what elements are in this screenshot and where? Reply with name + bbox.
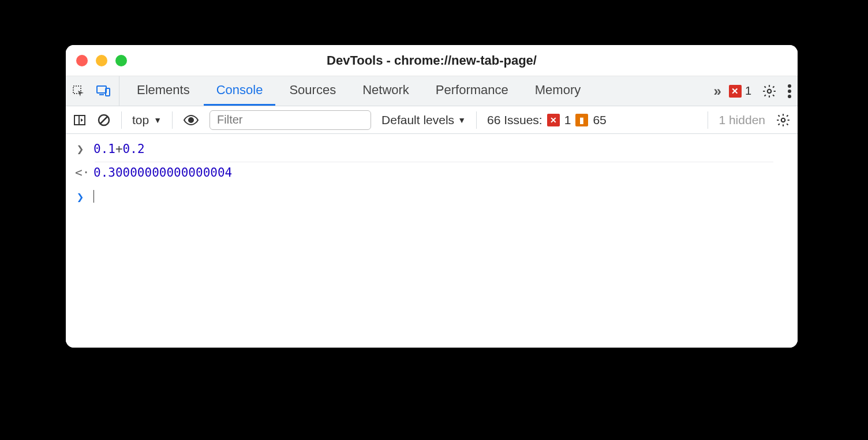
svg-point-7 xyxy=(788,95,791,98)
titlebar: DevTools - chrome://new-tab-page/ xyxy=(66,45,798,76)
main-tabs-bar: Elements Console Sources Network Perform… xyxy=(66,76,798,106)
console-prompt[interactable]: ❯ xyxy=(66,184,798,210)
more-tabs-icon[interactable]: » xyxy=(714,83,719,99)
console-output: ❯ 0.1+0.2 <· 0.30000000000000004 ❯ xyxy=(66,134,798,348)
operator: + xyxy=(115,142,123,156)
result-marker-icon: <· xyxy=(75,166,85,180)
divider xyxy=(172,111,173,129)
live-expression-icon[interactable] xyxy=(183,114,199,126)
tab-performance[interactable]: Performance xyxy=(423,76,521,106)
devtools-window: DevTools - chrome://new-tab-page/ Elemen… xyxy=(66,45,798,348)
tab-label: Performance xyxy=(436,83,508,98)
error-icon: ✕ xyxy=(729,85,742,98)
levels-label: Default levels xyxy=(381,113,454,127)
tab-label: Elements xyxy=(137,83,190,98)
tab-elements[interactable]: Elements xyxy=(124,76,203,106)
device-toolbar-icon[interactable] xyxy=(96,84,111,98)
prompt-marker-icon: ❯ xyxy=(75,190,85,204)
tab-sources[interactable]: Sources xyxy=(276,76,349,106)
svg-point-5 xyxy=(788,84,791,88)
context-label: top xyxy=(132,113,149,127)
divider xyxy=(121,111,122,129)
console-input-echo: ❯ 0.1+0.2 xyxy=(66,137,798,161)
divider xyxy=(476,111,477,129)
window-controls xyxy=(76,55,127,66)
execution-context-selector[interactable]: top ▼ xyxy=(132,113,162,127)
svg-point-13 xyxy=(781,118,785,122)
number-literal: 0.2 xyxy=(123,142,145,156)
svg-point-6 xyxy=(788,90,791,93)
svg-line-11 xyxy=(100,117,107,124)
tab-label: Console xyxy=(216,83,263,98)
settings-icon[interactable] xyxy=(762,84,777,99)
log-levels-selector[interactable]: Default levels ▼ xyxy=(381,113,466,127)
warning-icon: ▮ xyxy=(575,114,588,126)
chevron-down-icon: ▼ xyxy=(458,115,466,125)
inspect-element-icon[interactable] xyxy=(72,84,85,98)
tabs: Elements Console Sources Network Perform… xyxy=(124,76,593,106)
issues-warn-count: 65 xyxy=(593,113,606,127)
tab-label: Sources xyxy=(289,83,336,98)
close-window-button[interactable] xyxy=(76,55,88,66)
error-icon: ✕ xyxy=(547,114,560,126)
clear-console-icon[interactable] xyxy=(97,113,111,127)
error-count: 1 xyxy=(745,84,751,98)
zoom-window-button[interactable] xyxy=(115,55,127,66)
input-expression: 0.1+0.2 xyxy=(93,142,145,156)
svg-point-4 xyxy=(768,89,772,93)
kebab-menu-icon[interactable] xyxy=(787,84,792,99)
minimize-window-button[interactable] xyxy=(96,55,107,66)
cursor xyxy=(93,190,94,203)
hidden-messages-label[interactable]: 1 hidden xyxy=(719,113,765,127)
tab-label: Memory xyxy=(535,83,581,98)
tab-network[interactable]: Network xyxy=(350,76,422,106)
svg-rect-1 xyxy=(97,86,106,93)
svg-point-12 xyxy=(189,118,193,122)
chevron-down-icon: ▼ xyxy=(154,115,162,125)
issues-label: 66 Issues: xyxy=(487,113,542,127)
number-literal: 0.1 xyxy=(93,142,115,156)
window-title: DevTools - chrome://new-tab-page/ xyxy=(66,53,798,68)
divider xyxy=(708,111,708,129)
tab-console[interactable]: Console xyxy=(204,76,276,106)
console-settings-icon[interactable] xyxy=(776,113,791,128)
error-count-badge[interactable]: ✕ 1 xyxy=(729,84,751,98)
input-marker-icon: ❯ xyxy=(75,142,85,156)
result-value: 0.30000000000000004 xyxy=(93,166,232,180)
issues-error-count: 1 xyxy=(564,113,571,127)
console-result: <· 0.30000000000000004 xyxy=(66,162,798,184)
console-toolbar: top ▼ Default levels ▼ 66 Issues: ✕ 1 ▮ … xyxy=(66,106,798,134)
toggle-drawer-icon[interactable] xyxy=(73,113,87,127)
tab-label: Network xyxy=(362,83,409,98)
issues-summary[interactable]: 66 Issues: ✕ 1 ▮ 65 xyxy=(487,113,607,127)
tab-memory[interactable]: Memory xyxy=(522,76,593,106)
filter-input[interactable] xyxy=(209,110,371,130)
